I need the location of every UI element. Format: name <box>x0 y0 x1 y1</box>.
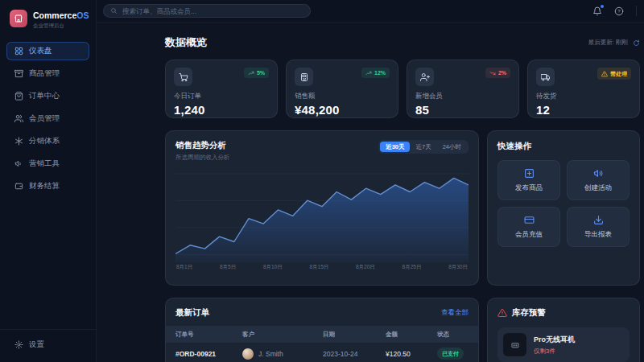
gear-icon <box>14 340 23 349</box>
column-header: 状态 <box>437 331 469 339</box>
stat-card-sales[interactable]: 12% 销售额 ¥48,200 <box>286 60 398 118</box>
user-plus-icon <box>415 68 434 86</box>
orders-table-header: 订单号 客户 日期 金额 状态 <box>166 326 478 343</box>
stat-value: 12 <box>536 103 631 117</box>
chart-x-axis-labels: 8月1日 8月5日 8月10日 8月15日 8月20日 8月25日 8月30日 <box>175 264 469 271</box>
brand-subtitle: 企业管理后台 <box>33 23 89 30</box>
topbar-actions: ? <box>592 6 638 16</box>
order-amount: ¥120.50 <box>386 350 437 358</box>
sidebar-item-label: 营销工具 <box>29 158 60 169</box>
brand-name: CommerceOS <box>33 10 89 20</box>
sidebar-item-orders[interactable]: 订单中心 <box>6 87 89 105</box>
view-all-link[interactable]: 查看全部 <box>441 308 469 318</box>
sidebar-item-label: 设置 <box>29 339 44 350</box>
trend-down-icon <box>489 70 496 76</box>
middle-row: 销售趋势分析 所选周期的收入分析 近30天 近7天 24小时 <box>165 130 640 286</box>
order-customer: J. Smith <box>242 348 323 360</box>
trend-badge: 2% <box>485 68 510 78</box>
sidebar-item-products[interactable]: 商品管理 <box>6 64 89 83</box>
stat-value: 85 <box>415 103 510 117</box>
megaphone-icon <box>14 159 23 168</box>
sidebar-item-label: 商品管理 <box>29 68 60 79</box>
stats-row: 5% 今日订单 1,240 12% 销售额 ¥48,200 <box>165 60 640 118</box>
inventory-stock-warning: 仅剩3件 <box>534 348 575 356</box>
order-id: #ORD-00921 <box>175 350 242 358</box>
trend-up-icon <box>365 70 372 76</box>
x-tick: 8月20日 <box>356 264 375 271</box>
stat-label: 新增会员 <box>415 92 510 101</box>
inventory-item-name: Pro无线耳机 <box>534 335 575 345</box>
refresh-icon[interactable] <box>633 39 640 47</box>
inventory-warning-card: 库存预警 Pro无线耳机 仅剩3件 <box>487 298 640 362</box>
publish-product-button[interactable]: 发布商品 <box>497 160 560 200</box>
range-24h-button[interactable]: 24小时 <box>437 142 467 152</box>
sidebar: CommerceOS 企业管理后台 仪表盘 商品管理 订单中心 会员管理 分销体… <box>0 0 97 362</box>
search-icon <box>110 7 118 14</box>
sidebar-item-members[interactable]: 会员管理 <box>6 109 89 128</box>
trend-badge: 5% <box>244 68 269 78</box>
stat-card-new-members[interactable]: 2% 新增会员 85 <box>407 60 519 118</box>
credit-card-icon <box>524 215 535 225</box>
x-tick: 8月25日 <box>402 264 422 271</box>
sidebar-item-label: 订单中心 <box>29 91 60 101</box>
sidebar-item-distribution[interactable]: 分销体系 <box>6 132 89 150</box>
stat-label: 今日订单 <box>174 92 269 101</box>
sales-area-chart <box>175 169 469 262</box>
page-header: 数据概览 最后更新: 刚刚 <box>165 35 640 50</box>
stat-value: ¥48,200 <box>295 103 390 117</box>
inventory-item[interactable]: Pro无线耳机 仅剩3件 <box>497 327 630 362</box>
column-header: 金额 <box>386 331 437 339</box>
x-tick: 8月15日 <box>309 264 328 271</box>
pos-terminal-icon <box>295 68 313 86</box>
page-title: 数据概览 <box>165 35 207 50</box>
plus-square-icon <box>524 168 535 179</box>
notifications-button[interactable] <box>592 6 602 16</box>
sidebar-footer: 设置 <box>0 329 96 362</box>
warning-triangle-icon <box>497 308 507 318</box>
sidebar-nav: 仪表盘 商品管理 订单中心 会员管理 分销体系 营销工具 财务结算 <box>0 38 96 200</box>
sidebar-item-settings[interactable]: 设置 <box>6 335 89 354</box>
sales-trend-card: 销售趋势分析 所选周期的收入分析 近30天 近7天 24小时 <box>165 130 479 286</box>
order-table-row[interactable]: #ORD-00921 J. Smith 2023-10-24 ¥120.50 已… <box>166 343 478 362</box>
stat-value: 1,240 <box>174 103 269 117</box>
range-7d-button[interactable]: 近7天 <box>410 142 436 152</box>
megaphone-icon <box>593 168 604 179</box>
svg-text:?: ? <box>617 9 621 14</box>
chart-subtitle: 所选周期的收入分析 <box>175 154 230 162</box>
latest-orders-card: 最新订单 查看全部 订单号 客户 日期 金额 状态 #ORD-00921 J. … <box>165 298 479 362</box>
range-30d-button[interactable]: 近30天 <box>380 142 410 152</box>
quick-action-label: 创建活动 <box>584 183 612 193</box>
last-updated: 最后更新: 刚刚 <box>588 39 640 47</box>
sidebar-item-marketing[interactable]: 营销工具 <box>6 154 89 173</box>
download-icon <box>593 215 604 225</box>
shopping-bag-icon <box>14 92 23 101</box>
search-input[interactable] <box>122 7 303 15</box>
quick-actions-grid: 发布商品 创建活动 会员充值 导出报表 <box>497 160 630 247</box>
column-header: 客户 <box>242 331 323 339</box>
help-circle-icon: ? <box>614 6 624 16</box>
orders-title: 最新订单 <box>175 307 209 319</box>
column-header: 日期 <box>323 331 386 339</box>
wallet-icon <box>14 182 23 191</box>
trend-badge: 12% <box>361 68 390 78</box>
chart-area-fill <box>175 178 469 262</box>
member-topup-button[interactable]: 会员充值 <box>497 207 560 247</box>
network-icon <box>14 137 23 146</box>
trend-up-icon <box>248 70 254 76</box>
sidebar-item-finance[interactable]: 财务结算 <box>6 177 89 195</box>
sidebar-item-label: 会员管理 <box>29 113 60 124</box>
sidebar-item-dashboard[interactable]: 仪表盘 <box>6 42 89 60</box>
stat-card-today-orders[interactable]: 5% 今日订单 1,240 <box>165 60 278 118</box>
quick-action-label: 导出报表 <box>584 230 612 240</box>
help-button[interactable]: ? <box>614 6 624 16</box>
sidebar-item-label: 仪表盘 <box>29 46 52 56</box>
export-report-button[interactable]: 导出报表 <box>567 207 630 247</box>
create-campaign-button[interactable]: 创建活动 <box>567 160 630 200</box>
topbar-divider <box>636 6 637 16</box>
stat-card-pending-shipments[interactable]: 需处理 待发货 12 <box>527 60 640 118</box>
customer-name: J. Smith <box>258 350 283 358</box>
order-date: 2023-10-24 <box>323 350 386 358</box>
x-tick: 8月10日 <box>263 264 283 271</box>
customer-avatar <box>242 348 254 360</box>
stat-label: 销售额 <box>295 92 390 101</box>
